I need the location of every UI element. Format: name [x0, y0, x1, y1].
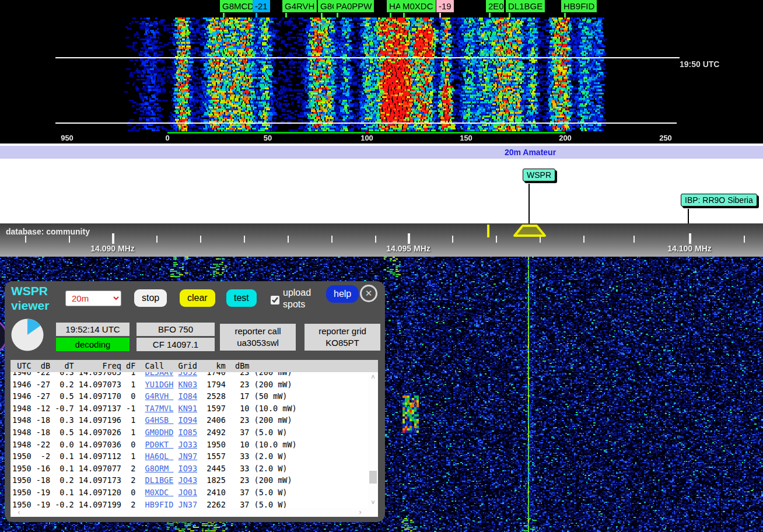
- callsign-label[interactable]: HB9FID: [561, 0, 597, 12]
- freq-scale-label: 14.095 MHz: [386, 244, 430, 253]
- callsign-tick: [509, 13, 510, 18]
- freq-scale-label: 14.100 MHz: [667, 244, 711, 253]
- freq-minor-tick: [496, 236, 497, 243]
- spot-grid-link[interactable]: JO33: [178, 440, 198, 449]
- scroll-down-icon[interactable]: ˅: [368, 499, 378, 507]
- callsign-label[interactable]: 2E0: [486, 0, 504, 12]
- freq-minor-tick: [69, 236, 70, 243]
- freq-minor-tick: [331, 236, 332, 243]
- help-button[interactable]: help: [326, 285, 359, 303]
- close-icon[interactable]: ✕: [360, 285, 377, 302]
- callsign-label[interactable]: -21: [253, 0, 270, 12]
- reporter-grid-label: reporter grid: [318, 326, 366, 337]
- callsign-label[interactable]: DL1BGE: [506, 0, 545, 12]
- spot-grid-link[interactable]: JN97: [178, 452, 198, 461]
- freq-minor-tick: [288, 236, 289, 243]
- callsign-label[interactable]: -19: [436, 0, 454, 12]
- spot-grid-link[interactable]: JO01: [178, 488, 198, 497]
- decode-cycle-pie-icon: [10, 318, 44, 352]
- spot-row: 1946 -22 0.3 14.097065 1 DL5AAV JO52 174…: [10, 372, 368, 379]
- scroll-right-icon[interactable]: ›: [355, 508, 365, 517]
- scrollbar-thumb[interactable]: [369, 471, 377, 484]
- horizontal-scrollbar[interactable]: ‹ ›: [10, 508, 378, 517]
- spot-call-link[interactable]: DL1BGE: [145, 475, 174, 485]
- callsign-tick: [439, 13, 441, 18]
- waterfall-time-label: 19:50 UTC: [680, 60, 719, 69]
- spot-row: 1948 -12 -0.7 14.097137 -1 TA7MVL KN91 1…: [10, 402, 368, 415]
- spot-call-link[interactable]: G8ORM: [145, 464, 174, 473]
- test-button[interactable]: test: [226, 289, 257, 307]
- spot-call-link[interactable]: TA7MVL: [145, 404, 174, 413]
- ibp-beacon-marker[interactable]: IBP: RR9O Siberia: [681, 194, 757, 206]
- wspr-viewer-panel: WSPR viewer 20m stop clear test upload s…: [5, 281, 385, 522]
- stop-button[interactable]: stop: [134, 289, 167, 307]
- callsign-label[interactable]: G8MCD: [220, 0, 256, 12]
- spot-call-link[interactable]: G4HSB: [145, 415, 174, 425]
- scroll-up-icon[interactable]: ˄: [368, 373, 378, 382]
- callsign-tick: [403, 13, 405, 18]
- freq-minor-tick: [744, 236, 745, 243]
- upload-spots-checkbox[interactable]: [271, 296, 279, 304]
- spot-call-link[interactable]: HA6QL: [145, 452, 174, 461]
- spot-row: 1948 -22 0.0 14.097036 0 PD0KT JO33 1950…: [10, 439, 368, 451]
- spot-call-link[interactable]: M0XDC: [145, 488, 174, 497]
- callsign-tick: [489, 13, 491, 18]
- spot-grid-link[interactable]: KN91: [178, 404, 198, 413]
- spots-table: UTC dB dT Freq dF Call Grid km dBm 1946 …: [10, 360, 378, 517]
- freq-major-tick: [408, 233, 410, 244]
- spot-row: 1950 -19 -0.2 14.097199 2 HB9FID JN37 22…: [10, 499, 368, 508]
- callsign-label[interactable]: HA: [387, 0, 400, 12]
- top-waterfall-panel: 19:50 UTC G8MCD-21G4RVHG8CPA0PPWHAM0XDC-…: [0, 0, 763, 145]
- tuning-carrier-line[interactable]: [487, 225, 489, 237]
- offset-scale-number: 200: [559, 134, 572, 142]
- wspr-band-marker[interactable]: WSPR: [523, 169, 555, 181]
- callsign-label[interactable]: PA0PPW: [334, 0, 374, 12]
- reporter-call-box: reporter call ua3053swl: [220, 324, 296, 351]
- spot-row: 1946 -27 0.2 14.097073 1 YU1DGH KN03 179…: [10, 379, 368, 391]
- band-select[interactable]: 20m: [65, 290, 121, 306]
- offset-scale-number: 150: [460, 134, 473, 142]
- spot-grid-link[interactable]: IO84: [178, 391, 198, 401]
- spot-grid-link[interactable]: JN37: [178, 500, 198, 508]
- spot-grid-link[interactable]: IO85: [178, 428, 198, 437]
- spot-row: 1950 -2 0.1 14.097112 1 HA6QL JN97 1557 …: [10, 450, 368, 463]
- utc-clock-box: 19:52:14 UTC: [56, 323, 130, 336]
- spot-grid-link[interactable]: IO93: [178, 464, 198, 473]
- freq-minor-tick: [583, 236, 584, 243]
- passband-trapezoid-icon[interactable]: [513, 223, 547, 237]
- callsign-tick: [223, 13, 225, 18]
- offset-scale-number: 100: [360, 134, 373, 142]
- spot-call-link[interactable]: GM0DHD: [145, 428, 174, 437]
- spot-row: 1950 -18 0.2 14.097173 2 DL1BGE JO43 182…: [10, 474, 368, 487]
- upload-label-line2: spots: [283, 299, 311, 310]
- frequency-scale[interactable]: database: community 14.090 MHz14.095 MHz…: [0, 223, 763, 257]
- callsign-label[interactable]: M0XDC: [400, 0, 436, 12]
- spot-grid-link[interactable]: JO43: [178, 475, 198, 485]
- band-annotation-area: 20m Amateur WSPR IBP: RR9O Siberia: [0, 144, 763, 223]
- panel-title-line1: WSPR: [11, 284, 49, 298]
- panel-title-line2: viewer: [11, 298, 49, 313]
- panel-title: WSPR viewer: [11, 284, 49, 313]
- spot-call-link[interactable]: G4RVH: [145, 391, 174, 401]
- upload-label-line1: upload: [283, 287, 311, 299]
- spot-call-link[interactable]: PD0KT: [145, 440, 174, 449]
- spot-call-link[interactable]: HB9FID: [145, 500, 174, 508]
- clear-button[interactable]: clear: [180, 289, 215, 307]
- database-label: database: community: [6, 227, 90, 236]
- spot-call-link[interactable]: YU1DGH: [145, 380, 174, 389]
- spot-grid-link[interactable]: IO94: [178, 415, 198, 425]
- vertical-scrollbar[interactable]: ˄ ˅: [368, 372, 378, 508]
- callsign-label[interactable]: G4RVH: [282, 0, 317, 12]
- freq-minor-tick: [452, 236, 453, 243]
- callsign-tick: [564, 13, 566, 18]
- spot-grid-link[interactable]: JO52: [178, 372, 198, 377]
- spots-table-header: UTC dB dT Freq dF Call Grid km dBm: [10, 360, 378, 372]
- wspr-marker-pointer: [528, 184, 530, 223]
- time-marker-line: [55, 123, 677, 124]
- spot-call-link[interactable]: DL5AAV: [145, 372, 174, 377]
- spot-grid-link[interactable]: KN03: [178, 380, 198, 389]
- callsign-label[interactable]: G8C: [318, 0, 334, 12]
- scroll-left-icon[interactable]: ‹: [14, 508, 24, 517]
- cf-box: CF 14097.1: [136, 338, 215, 351]
- spots-table-rows: 1946 -22 0.3 14.097065 1 DL5AAV JO52 174…: [10, 372, 368, 508]
